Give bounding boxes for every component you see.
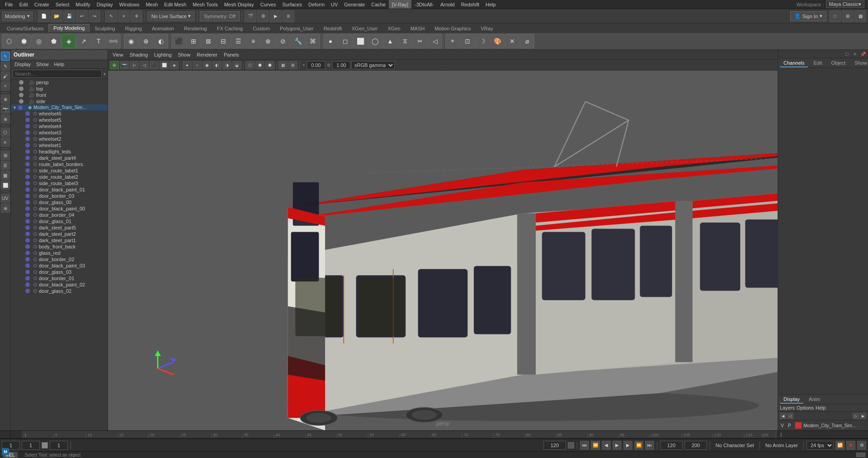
menu-3dtoall[interactable]: -3DtoAll-	[411, 0, 437, 9]
menu-generate[interactable]: Generate	[341, 0, 368, 9]
shelf-tab-sculpting[interactable]: Sculpting	[90, 24, 120, 32]
outliner-item-route-borders[interactable]: ⬡ route_label_borders	[11, 161, 108, 167]
menu-modify[interactable]: Modify	[72, 0, 93, 9]
play-btn[interactable]: ▶	[613, 441, 622, 450]
shelf-icon-sculpt[interactable]: 🔧	[291, 34, 305, 48]
vp-btn5[interactable]: ◈	[170, 61, 179, 69]
shelf-tab-mash[interactable]: MASH	[406, 24, 430, 32]
outliner-item-door-bp00[interactable]: ⬡ door_black_paint_00	[11, 205, 108, 212]
grid-tool[interactable]: ⊞	[1, 151, 10, 160]
outliner-item-door-bp03[interactable]: ⬡ door_black_paint_03	[11, 262, 108, 269]
layers-tool[interactable]: ☰	[1, 161, 10, 170]
menu-surfaces[interactable]: Surfaces	[279, 0, 305, 9]
loop-btn[interactable]: 🔁	[835, 441, 844, 450]
layer-prev-small-btn[interactable]: ◁	[787, 413, 793, 419]
render-view-tool[interactable]: ▦	[1, 171, 10, 180]
vp-menu-renderer[interactable]: Renderer	[195, 52, 219, 57]
range-end-input[interactable]	[543, 441, 566, 450]
layers-menu-help[interactable]: Help	[816, 405, 826, 410]
layer-prev-btn[interactable]: ◀	[780, 413, 786, 419]
prev-key-btn[interactable]: ⏪	[591, 441, 600, 450]
menu-vray[interactable]: [V-Ray]	[389, 0, 411, 9]
shelf-icon-extrude[interactable]: ⬛	[171, 34, 186, 48]
range-checkbox[interactable]	[568, 442, 574, 448]
shelf-tab-xgen[interactable]: XGen	[383, 24, 406, 32]
shelf-tab-vray[interactable]: VRay	[476, 24, 498, 32]
vp-value2-input[interactable]	[332, 61, 350, 69]
vp-shading4[interactable]: ◐	[212, 61, 222, 69]
playblast-btn[interactable]: ▶	[270, 10, 282, 22]
outliner-item-side-route2[interactable]: ⬡ side_route_label2	[11, 174, 108, 180]
select-tool[interactable]: ↖	[1, 52, 10, 61]
shelf-icon-cleanup[interactable]: ✂	[413, 34, 427, 48]
vp-shading6[interactable]: ◒	[232, 61, 241, 69]
outliner-item-wheelset5[interactable]: ⬡ wheelset5	[11, 117, 108, 123]
shelf-icon-combine[interactable]: ☰	[231, 34, 245, 48]
right-tab-channels[interactable]: Channels	[780, 59, 808, 67]
menu-file[interactable]: File	[2, 0, 16, 9]
vp-iso2[interactable]: ⬢	[255, 61, 264, 69]
menu-display[interactable]: Display	[94, 0, 116, 9]
paint-tool[interactable]: ✎	[1, 62, 10, 71]
vp-btn3[interactable]: ⬛	[150, 61, 159, 69]
save-scene-btn[interactable]: 💾	[63, 10, 75, 22]
vp-btn1[interactable]: ▷	[130, 61, 139, 69]
shelf-tab-animation[interactable]: Animation	[147, 24, 179, 32]
menu-help[interactable]: Help	[482, 0, 499, 9]
vp-shading1[interactable]: ●	[183, 61, 192, 69]
menu-edit[interactable]: Edit	[16, 0, 31, 9]
vp-shading2[interactable]: ○	[193, 61, 202, 69]
shelf-icon-soft-sel[interactable]: ☽	[475, 34, 490, 48]
layer-rnd-toggle[interactable]: P	[788, 423, 793, 428]
shelf-tab-rendering[interactable]: Rendering	[179, 24, 212, 32]
vp-menu-lighting[interactable]: Lighting	[152, 52, 174, 57]
undo-btn[interactable]: ↩	[76, 10, 88, 22]
outliner-search-input[interactable]	[13, 70, 102, 78]
redo-btn[interactable]: ↪	[89, 10, 100, 22]
layout-quad-btn[interactable]: ⊞	[842, 10, 854, 22]
new-scene-btn[interactable]: 📄	[38, 10, 50, 22]
outliner-menu-show[interactable]: Show	[34, 61, 51, 67]
viewport-canvas[interactable]: persp	[108, 71, 778, 430]
outliner-item-dark-steel5[interactable]: ⬡ dark_steel_part5	[11, 224, 108, 231]
sign-in-btn[interactable]: 👤 Sign In ▾	[790, 11, 826, 21]
shelf-icon-quad-draw[interactable]: ⊡	[460, 34, 475, 48]
outliner-item-side-route1[interactable]: ⬡ side_route_label1	[11, 167, 108, 174]
layout-single-btn[interactable]: □	[829, 10, 841, 22]
go-end-btn[interactable]: ⏭	[645, 441, 654, 450]
right-tab-edit[interactable]: Edit	[810, 59, 826, 67]
rp-close-icon[interactable]: ✕	[852, 51, 858, 57]
shelf-icon-paint[interactable]: 🎨	[490, 34, 505, 48]
outliner-item-door-glass03[interactable]: ⬡ door_glass_03	[11, 269, 108, 275]
fps-selector[interactable]: 24 fps	[807, 441, 834, 450]
menu-uv[interactable]: UV	[328, 0, 341, 9]
rp-pin-icon[interactable]: 📌	[860, 51, 866, 57]
vp-toggle-grid[interactable]: ⊞	[110, 61, 119, 69]
vp-iso3[interactable]: ⬣	[265, 61, 274, 69]
outliner-item-headlight-leds[interactable]: ⬡ headlight_leds	[11, 148, 108, 155]
live-surface-btn[interactable]: No Live Surface ▾	[147, 11, 195, 21]
menu-arnold[interactable]: Arnold	[437, 0, 458, 9]
outliner-item-wheelset6[interactable]: ⬡ wheelset6	[11, 110, 108, 117]
menu-windows[interactable]: Windows	[116, 0, 143, 9]
outliner-item-door-border01[interactable]: ⬡ door_border_01	[11, 275, 108, 281]
outliner-menu-display[interactable]: Display	[13, 61, 33, 67]
shelf-icon-x[interactable]: ✕	[505, 34, 519, 48]
vp-menu-panels[interactable]: Panels	[222, 52, 241, 57]
vp-menu-shading[interactable]: Shading	[128, 52, 150, 57]
shelf-icon-face[interactable]: ◻	[338, 34, 353, 48]
layer-item[interactable]: V P Modern_City_Tram_Simple_Inte...	[779, 421, 867, 429]
bottom-resize-handle[interactable]	[856, 453, 865, 457]
shelf-icon-bevel[interactable]: ◐	[154, 34, 168, 48]
shelf-icon-cut[interactable]: ⌀	[520, 34, 534, 48]
menu-curves[interactable]: Curves	[257, 0, 279, 9]
vp-shading3[interactable]: ◉	[203, 61, 212, 69]
mode-selector[interactable]: Modeling ▾	[2, 11, 33, 21]
shelf-icon-poly2[interactable]: ◎	[32, 34, 46, 48]
shelf-icon-arrow[interactable]: ↗	[76, 34, 91, 48]
shelf-icon-reduce[interactable]: ◁	[428, 34, 442, 48]
outliner-item-wheelset1[interactable]: ⬡ wheelset1	[11, 142, 108, 148]
shelf-icon-cylinder[interactable]: ⬟	[47, 34, 61, 48]
layers-menu-layers[interactable]: Layers	[780, 405, 795, 410]
layout-custom-btn[interactable]: ▦	[854, 10, 866, 22]
